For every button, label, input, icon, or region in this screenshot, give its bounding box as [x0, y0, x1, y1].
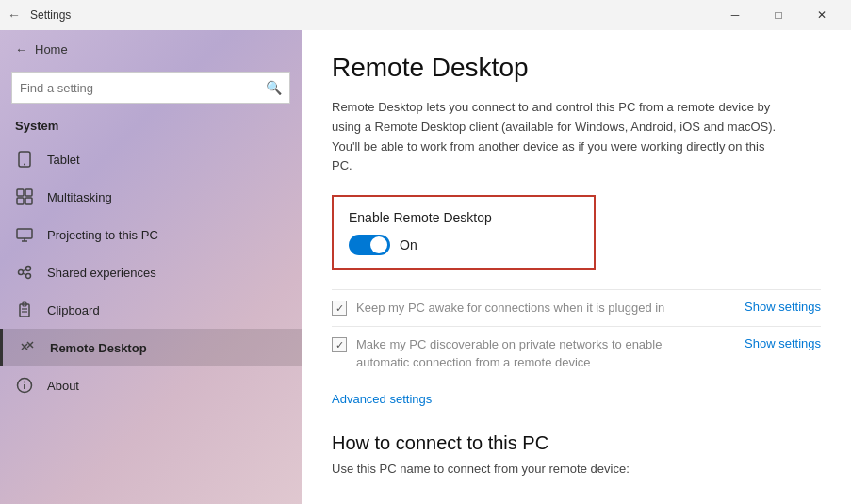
- home-label: Home: [35, 42, 68, 57]
- sidebar-item-label-projecting: Projecting to this PC: [47, 228, 158, 242]
- svg-point-11: [26, 274, 31, 279]
- sidebar-item-label-multitasking: Multitasking: [47, 190, 112, 204]
- enable-label: Enable Remote Desktop: [349, 210, 579, 225]
- titlebar-controls: ─ □ ✕: [713, 0, 843, 30]
- close-button[interactable]: ✕: [800, 0, 843, 30]
- toggle-status: On: [400, 237, 417, 252]
- svg-point-9: [19, 270, 24, 275]
- search-icon: 🔍: [266, 80, 282, 95]
- svg-point-1: [24, 164, 25, 166]
- svg-rect-6: [17, 229, 32, 238]
- option-row-awake: ✓ Keep my PC awake for connections when …: [332, 289, 821, 326]
- shared-icon: [15, 263, 34, 282]
- toggle-row: On: [349, 235, 579, 255]
- multitasking-icon: [15, 187, 34, 206]
- option-left-discoverable: ✓ Make my PC discoverable on private net…: [332, 336, 729, 370]
- how-to-title: How to connect to this PC: [332, 432, 821, 454]
- svg-line-12: [23, 269, 26, 271]
- how-to-text: Use this PC name to connect from your re…: [332, 462, 821, 476]
- sidebar-item-tablet[interactable]: Tablet: [0, 140, 302, 178]
- search-box[interactable]: 🔍: [11, 72, 290, 104]
- maximize-button[interactable]: □: [757, 0, 800, 30]
- sidebar-item-clipboard[interactable]: Clipboard: [0, 291, 302, 329]
- back-arrow-icon: ←: [15, 42, 27, 57]
- sidebar-item-about[interactable]: About: [0, 366, 302, 404]
- back-button[interactable]: ← Home: [0, 30, 302, 68]
- svg-rect-3: [25, 189, 32, 196]
- remote-icon: [18, 338, 37, 357]
- advanced-link-text[interactable]: Advanced settings: [332, 381, 432, 417]
- tablet-icon: [15, 150, 34, 169]
- toggle-knob: [370, 236, 387, 253]
- search-input[interactable]: [20, 81, 266, 95]
- sidebar-item-label-clipboard: Clipboard: [47, 303, 100, 317]
- option-checkbox-awake[interactable]: ✓: [332, 301, 347, 316]
- page-description: Remote Desktop lets you connect to and c…: [332, 98, 784, 176]
- sidebar-section-label: System: [0, 115, 302, 140]
- about-icon: [15, 376, 34, 395]
- sidebar-item-label-about: About: [47, 379, 79, 393]
- sidebar-item-shared[interactable]: Shared experiences: [0, 253, 302, 291]
- svg-point-24: [24, 382, 25, 383]
- minimize-button[interactable]: ─: [713, 0, 757, 30]
- app-body: ← Home 🔍 System Tablet: [0, 30, 851, 504]
- sidebar-item-label-tablet: Tablet: [47, 153, 80, 167]
- sidebar-item-label-remote: Remote Desktop: [50, 341, 147, 355]
- sidebar-item-multitasking[interactable]: Multitasking: [0, 178, 302, 216]
- option-text-awake: Keep my PC awake for connections when it…: [356, 300, 664, 317]
- show-settings-link-discoverable[interactable]: Show settings: [745, 336, 821, 350]
- option-left-awake: ✓ Keep my PC awake for connections when …: [332, 300, 729, 317]
- back-icon: ←: [8, 8, 21, 23]
- main-panel: Remote Desktop Remote Desktop lets you c…: [302, 30, 851, 504]
- page-title: Remote Desktop: [332, 53, 821, 83]
- svg-rect-2: [17, 189, 24, 196]
- option-row-discoverable: ✓ Make my PC discoverable on private net…: [332, 326, 821, 380]
- sidebar: ← Home 🔍 System Tablet: [0, 30, 302, 504]
- checkbox-mark-discoverable: ✓: [335, 339, 344, 351]
- titlebar: ← Settings ─ □ ✕: [0, 0, 851, 30]
- advanced-settings-link[interactable]: Advanced settings: [332, 381, 821, 417]
- sidebar-item-label-shared: Shared experiences: [47, 266, 156, 280]
- checkbox-mark-awake: ✓: [335, 302, 344, 315]
- enable-remote-desktop-box: Enable Remote Desktop On: [332, 195, 596, 270]
- svg-rect-5: [25, 198, 32, 204]
- projecting-icon: [15, 225, 34, 244]
- clipboard-icon: [15, 301, 34, 319]
- show-settings-link-awake[interactable]: Show settings: [745, 300, 821, 314]
- titlebar-title: Settings: [26, 8, 713, 22]
- svg-point-10: [26, 267, 31, 271]
- svg-rect-4: [17, 198, 24, 204]
- remote-desktop-toggle[interactable]: [349, 235, 390, 255]
- sidebar-item-remote[interactable]: Remote Desktop: [0, 329, 302, 366]
- option-text-discoverable: Make my PC discoverable on private netwo…: [356, 336, 677, 370]
- option-checkbox-discoverable[interactable]: ✓: [332, 337, 347, 352]
- sidebar-item-projecting[interactable]: Projecting to this PC: [0, 216, 302, 253]
- svg-line-13: [23, 273, 26, 275]
